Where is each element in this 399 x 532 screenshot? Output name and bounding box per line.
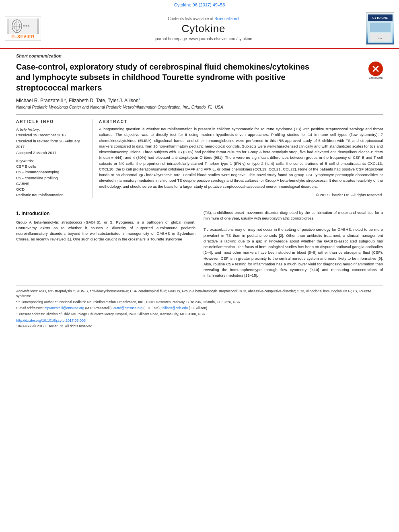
author-names: Michael R. Pranzatelli *, Elizabeth D. T…	[16, 98, 138, 103]
history-label: Article history:	[16, 127, 86, 131]
email3-name: (T.J. Allison).	[189, 306, 208, 310]
science-direct-line: Contents lists available at ScienceDirec…	[45, 16, 362, 21]
keyword-3: CSF chemokine profiling	[16, 175, 86, 181]
journal-center: Contents lists available at ScienceDirec…	[45, 16, 362, 41]
keywords-label: Keywords:	[16, 158, 86, 163]
email1-name: (M.R. Pranzatelli),	[85, 306, 113, 310]
corresponding-author-note: * * Corresponding author at: National Pe…	[16, 300, 383, 305]
received-date: Received 19 December 2016	[16, 132, 86, 138]
section-divider	[16, 204, 383, 204]
affiliation: National Pediatric Myoclonus Center and …	[16, 105, 383, 109]
abstract-text: A longstanding question is whether neuro…	[99, 126, 383, 189]
journal-reference: Cytokine 96 (2017) 49–53	[0, 0, 399, 9]
corresponding-text: * Corresponding author at: National Pedi…	[19, 300, 241, 304]
email-note: E-mail addresses: mpranzatelli@omsusa.or…	[16, 306, 383, 311]
email1-link[interactable]: mpranzatelli@omsusa.org	[44, 306, 84, 310]
doi-link[interactable]: http://dx.doi.org/10.1016/j.cyto.2017.03…	[16, 318, 86, 322]
keyword-list: CSF B cells CSF immunophenotyping CSF ch…	[16, 164, 86, 198]
email2-link[interactable]: etate@omsusa.org	[113, 306, 142, 310]
keyword-4: GABHS	[16, 181, 86, 187]
keyword-2: CSF immunophenotyping	[16, 169, 86, 175]
intro-paragraph-1: Group A beta-hemolytic streptococci (GAB…	[16, 220, 195, 242]
abstract-heading: ABSTRACT	[99, 119, 383, 124]
issn-line: 1043-4666/© 2017 Elsevier Ltd. All right…	[16, 324, 383, 329]
doi-line: http://dx.doi.org/10.1016/j.cyto.2017.03…	[16, 318, 383, 324]
abbreviations-text: ASO, anti-streptolysin O; ADN-B, anti-de…	[16, 289, 371, 298]
email3-link[interactable]: tallison@cnh.edu	[162, 306, 188, 310]
journal-cover-image: CYTOKINE idis	[366, 12, 394, 45]
svg-rect-9	[370, 23, 390, 32]
crossmark-label: CrossMark	[368, 76, 383, 79]
svg-text:CYTOKINE: CYTOKINE	[372, 16, 387, 20]
intro-paragraph-2: (TS), a childhood-onset movement disorde…	[204, 210, 383, 222]
email-label: E-mail addresses:	[16, 306, 43, 310]
svg-text:idis: idis	[378, 37, 382, 39]
footnotes-section: Abbreviations: ASO, anti-streptolysin O;…	[16, 285, 383, 329]
keyword-5: OCD	[16, 187, 86, 192]
email2-name: (E.D. Tate),	[143, 306, 160, 310]
authors-line: Michael R. Pranzatelli *, Elizabeth D. T…	[16, 97, 383, 103]
footnote1-note: 1 Present address: Division of Child Neu…	[16, 312, 383, 317]
introduction-left-column: 1. Introduction Group A beta-hemolytic s…	[16, 210, 195, 279]
article-title-area: Case-control, exploratory study of cereb…	[16, 62, 383, 93]
copyright-line: © 2017 Elsevier Ltd. All rights reserved…	[99, 193, 383, 197]
accepted-date: Accepted 2 March 2017	[16, 150, 86, 155]
revised-date: Received in revised form 28 February 201…	[16, 138, 86, 149]
main-content: Short communication Case-control, explor…	[0, 49, 399, 335]
abbreviations-label: Abbreviations:	[16, 289, 39, 293]
abbreviations-note: Abbreviations: ASO, anti-streptolysin O;…	[16, 289, 383, 299]
journal-homepage: journal homepage: www.journals.elsevier.…	[45, 37, 362, 41]
article-title: Case-control, exploratory study of cereb…	[16, 62, 318, 93]
elsevier-name: ELSEVIER	[11, 35, 34, 39]
article-info-heading: ARTICLE INFO	[16, 119, 86, 124]
introduction-section: 1. Introduction Group A beta-hemolytic s…	[16, 210, 383, 279]
intro-paragraph-3: Tic exacerbations may or may not occur i…	[204, 227, 383, 278]
journal-header: tree ELSEVIER Contents lists available a…	[0, 9, 399, 49]
article-info-abstract-wrapper: ARTICLE INFO Article history: Received 1…	[16, 114, 383, 198]
keyword-6: Pediatric neuroinflammation	[16, 192, 86, 198]
elsevier-logo: tree ELSEVIER	[5, 16, 41, 41]
crossmark-badge[interactable]: CrossMark	[368, 62, 383, 79]
article-info-column: ARTICLE INFO Article history: Received 1…	[16, 119, 93, 198]
crossmark-icon	[368, 62, 383, 76]
keyword-1: CSF B cells	[16, 164, 86, 169]
introduction-heading: 1. Introduction	[16, 210, 195, 217]
article-type: Short communication	[16, 53, 383, 58]
svg-text:tree: tree	[23, 24, 30, 28]
science-direct-link[interactable]: ScienceDirect	[214, 16, 239, 21]
introduction-right-column: (TS), a childhood-onset movement disorde…	[204, 210, 383, 279]
elsevier-logo-image: tree	[7, 18, 39, 34]
journal-title: Cytokine	[45, 23, 362, 35]
abstract-section: ABSTRACT A longstanding question is whet…	[93, 119, 383, 198]
